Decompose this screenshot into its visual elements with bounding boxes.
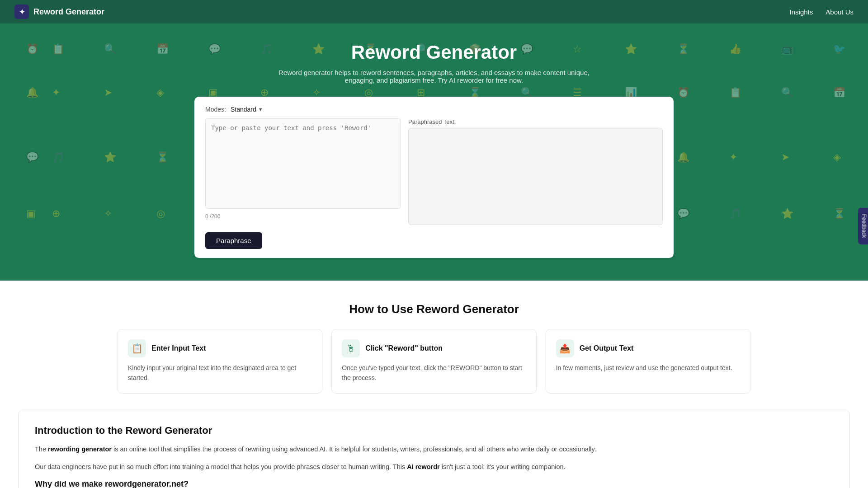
step-card-1: 🖱 Click "Reword" button Once you've type… <box>331 329 536 394</box>
bg-icon: 🎵 <box>729 209 741 219</box>
bg-icon: 📅 <box>833 88 845 98</box>
bg-icon: ▣ <box>208 88 218 98</box>
bg-icon: ⊕ <box>52 209 60 219</box>
step-header-2: 📤 Get Output Text <box>556 339 740 357</box>
bg-icon: ➤ <box>781 152 789 162</box>
step-icon-0: 📋 <box>128 339 146 357</box>
step-desc-1: Once you've typed your text, click the "… <box>342 363 526 383</box>
step-icon-1: 🖱 <box>342 339 360 357</box>
tool-card: Modes: Standard ▼ 0 /200 Paraphrased Tex… <box>194 97 674 258</box>
bg-icon: ⏳ <box>156 152 169 162</box>
bg-icon: 🔔 <box>677 152 689 162</box>
bg-icon: ➤ <box>104 88 112 98</box>
intro-para2: Our data engineers have put in so much e… <box>35 461 833 473</box>
bg-icon: ☰ <box>573 88 582 98</box>
brand-name: Reword Generator <box>33 7 104 17</box>
how-to-use-section: How to Use Reword Generator 📋 Enter Inpu… <box>0 281 868 410</box>
bg-icon: ⭐ <box>104 152 116 162</box>
brand-logo-link[interactable]: ✦ Reword Generator <box>14 5 104 19</box>
modes-row: Modes: Standard ▼ <box>205 106 663 113</box>
brand-logo-icon: ✦ <box>14 5 29 19</box>
bg-icon: ▣ <box>26 209 36 219</box>
step-card-0: 📋 Enter Input Text Kindly input your ori… <box>118 329 322 394</box>
bg-icon: 🔍 <box>781 88 793 98</box>
navbar-links: Insights About Us <box>790 8 854 16</box>
bg-icon: ⭐ <box>781 209 793 219</box>
intro-para1: The rewording generator is an online too… <box>35 444 833 455</box>
bg-icon: 💬 <box>26 152 38 162</box>
bg-icon: ⌛ <box>469 88 481 98</box>
bg-icon: ✦ <box>52 88 60 98</box>
how-to-use-title: How to Use Reword Generator <box>18 302 850 316</box>
bg-icon: 💬 <box>677 209 689 219</box>
nav-about[interactable]: About Us <box>826 8 854 16</box>
step-icon-2: 📤 <box>556 339 574 357</box>
navbar: ✦ Reword Generator Insights About Us <box>0 0 868 23</box>
bg-icon: 🎵 <box>52 152 64 162</box>
mode-selected: Standard <box>231 106 256 113</box>
bg-icon: 🔔 <box>26 88 38 98</box>
chevron-down-icon: ▼ <box>258 107 263 112</box>
feedback-tab[interactable]: Feedback <box>859 208 868 244</box>
bg-icon: ◈ <box>156 88 164 98</box>
step-header-1: 🖱 Click "Reword" button <box>342 339 526 357</box>
char-count: 0 /200 <box>205 213 401 220</box>
step-title-0: Enter Input Text <box>151 344 206 352</box>
nav-insights[interactable]: Insights <box>790 8 813 16</box>
input-textarea[interactable] <box>205 118 401 209</box>
bg-icon: ✧ <box>104 209 112 219</box>
hero-subtitle: Reword generator helps to reword sentenc… <box>267 69 601 84</box>
bg-icon: 🔍 <box>521 88 533 98</box>
bg-icon: 📊 <box>625 88 637 98</box>
bg-icon: ✧ <box>312 88 321 98</box>
input-column: 0 /200 <box>205 118 401 227</box>
paraphrase-button[interactable]: Paraphrase <box>205 232 262 249</box>
intro-title: Introduction to the Reword Generator <box>35 425 833 436</box>
hero-section: ⏰📋🔍📅💬🎵⭐⏳🔍📦💬☆⭐⏳👍📺🐦🔔✦➤◈▣⊕✧◎⊞⌛🔍☰📊⏰📋🔍📅💬🎵⭐⏳🔍📦… <box>0 23 868 281</box>
step-desc-2: In few moments, just review and use the … <box>556 363 740 373</box>
modes-label: Modes: <box>205 106 226 113</box>
intro-section: Introduction to the Reword Generator The… <box>18 410 850 488</box>
output-label: Paraphrased Text: <box>408 118 663 125</box>
hero-title: Reword Generator <box>9 42 859 63</box>
bg-icon: ⊕ <box>260 88 269 98</box>
step-desc-0: Kindly input your original text into the… <box>128 363 312 383</box>
step-card-2: 📤 Get Output Text In few moments, just r… <box>546 329 750 394</box>
steps-grid: 📋 Enter Input Text Kindly input your ori… <box>118 329 750 394</box>
output-textarea <box>408 128 663 225</box>
bg-icon: ◎ <box>364 88 373 98</box>
bg-icon: 📋 <box>729 88 741 98</box>
bg-icon: ◎ <box>156 209 165 219</box>
intro-subheading: Why did we make rewordgenerator.net? <box>35 479 833 488</box>
textareas-row: 0 /200 Paraphrased Text: <box>205 118 663 227</box>
bg-icon: ⏳ <box>833 209 845 219</box>
step-title-2: Get Output Text <box>580 344 634 352</box>
output-column: Paraphrased Text: <box>408 118 663 227</box>
bg-icon: ⏰ <box>677 88 689 98</box>
bg-icon: ⊞ <box>417 88 425 98</box>
step-title-1: Click "Reword" button <box>365 344 443 352</box>
bg-icon: ◈ <box>833 152 841 162</box>
bg-icon: ✦ <box>729 152 737 162</box>
step-header-0: 📋 Enter Input Text <box>128 339 312 357</box>
mode-dropdown[interactable]: Standard ▼ <box>231 106 263 113</box>
